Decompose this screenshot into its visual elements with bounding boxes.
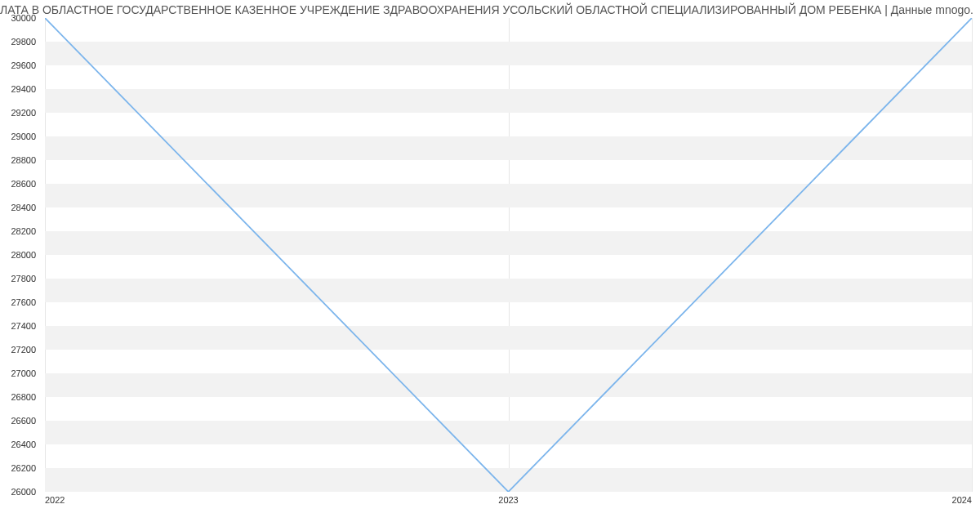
y-tick-label: 27600	[11, 297, 36, 307]
y-tick-label: 29400	[11, 84, 36, 94]
x-tick-label: 2022	[45, 495, 65, 505]
y-tick-label: 28000	[11, 250, 36, 260]
y-tick-label: 28200	[11, 226, 36, 236]
chart-container: 2600026200264002660026800270002720027400…	[0, 18, 980, 524]
y-tick-label: 26800	[11, 392, 36, 402]
y-tick-label: 29200	[11, 108, 36, 118]
y-tick-label: 28800	[11, 155, 36, 165]
y-tick-label: 27400	[11, 321, 36, 331]
chart-title: ЛАТА В ОБЛАСТНОЕ ГОСУДАРСТВЕННОЕ КАЗЕННО…	[0, 0, 980, 18]
y-tick-label: 27800	[11, 274, 36, 283]
plot-area[interactable]	[45, 18, 972, 492]
x-tick-label: 2024	[952, 495, 972, 505]
y-tick-label: 29000	[11, 132, 36, 141]
y-tick-label: 26400	[11, 440, 36, 449]
x-tick-label: 2023	[498, 495, 518, 505]
y-tick-label: 27000	[11, 368, 36, 378]
y-tick-label: 26200	[11, 463, 36, 473]
y-axis: 2600026200264002660026800270002720027400…	[0, 18, 41, 492]
y-tick-label: 28600	[11, 179, 36, 189]
x-axis: 202220232024	[45, 492, 972, 524]
y-tick-label: 26000	[11, 487, 36, 497]
line-series	[45, 18, 972, 492]
y-tick-label: 26600	[11, 416, 36, 426]
y-tick-label: 27200	[11, 345, 36, 355]
x-gridline	[972, 18, 973, 492]
y-tick-label: 28400	[11, 203, 36, 212]
y-tick-label: 30000	[11, 13, 36, 23]
y-tick-label: 29800	[11, 37, 36, 47]
y-tick-label: 29600	[11, 60, 36, 70]
